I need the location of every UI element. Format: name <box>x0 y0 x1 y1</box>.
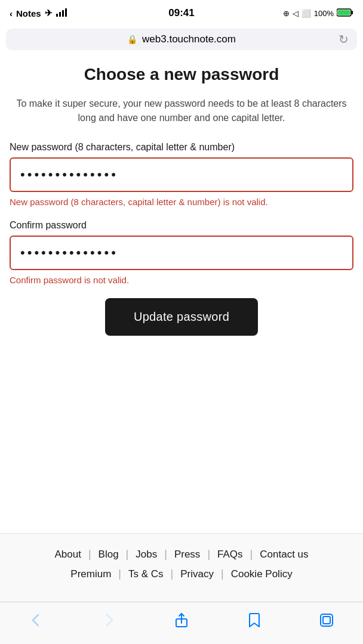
tabs-button[interactable] <box>312 608 342 632</box>
footer-row-2: Premium | Ts & Cs | Privacy | Cookie Pol… <box>10 568 353 580</box>
page-description: To make it super secure, your new passwo… <box>10 97 353 125</box>
confirm-password-label: Confirm password <box>10 220 353 231</box>
confirm-password-input[interactable] <box>10 236 353 270</box>
new-password-group: New password (8 characters, capital lett… <box>10 142 353 208</box>
footer-link-contact[interactable]: Contact us <box>253 549 315 561</box>
address-bar[interactable]: 🔒 web3.touchnote.com ↻ <box>6 29 357 50</box>
page-title: Choose a new password <box>10 64 353 85</box>
new-password-label: New password (8 characters, capital lett… <box>10 142 353 153</box>
status-time: 09:41 <box>168 7 194 19</box>
lock-icon: 🔒 <box>127 35 137 44</box>
svg-rect-10 <box>323 617 330 624</box>
svg-rect-3 <box>65 8 67 17</box>
svg-rect-2 <box>62 10 64 17</box>
svg-rect-5 <box>352 11 353 14</box>
footer-link-jobs[interactable]: Jobs <box>128 549 164 561</box>
footer: About | Blog | Jobs | Press | FAQs | Con… <box>0 533 363 602</box>
location-icon: ◁ <box>293 9 299 18</box>
airplane-icon: ✈ <box>45 8 53 18</box>
svg-rect-0 <box>56 14 58 17</box>
app-name: Notes <box>16 8 41 18</box>
footer-link-blog[interactable]: Blog <box>91 549 126 561</box>
bookmarks-button[interactable] <box>239 608 269 632</box>
main-content: Choose a new password To make it super s… <box>0 52 363 509</box>
url-text[interactable]: web3.touchnote.com <box>142 33 236 45</box>
share-button[interactable] <box>167 608 196 632</box>
screen-icon: ⬜ <box>302 9 311 18</box>
confirm-password-error: Confirm password is not valid. <box>10 274 353 286</box>
browser-toolbar <box>0 602 363 644</box>
footer-link-ts[interactable]: Ts & Cs <box>121 568 171 580</box>
footer-link-cookie[interactable]: Cookie Policy <box>224 568 300 580</box>
update-password-button[interactable]: Update password <box>105 298 258 336</box>
svg-rect-6 <box>338 10 350 15</box>
reload-button[interactable]: ↻ <box>339 32 349 47</box>
forward-button[interactable] <box>94 608 124 632</box>
confirm-password-group: Confirm password Confirm password is not… <box>10 220 353 286</box>
battery-text: 100% <box>314 9 334 18</box>
footer-link-about[interactable]: About <box>47 549 88 561</box>
back-icon: ‹ <box>10 8 13 18</box>
footer-link-privacy[interactable]: Privacy <box>173 568 221 580</box>
footer-link-premium[interactable]: Premium <box>63 568 118 580</box>
new-password-input[interactable] <box>10 157 353 192</box>
signal-icon <box>56 8 67 18</box>
status-bar: ‹ Notes ✈ 09:41 ⊕ ◁ ⬜ 100% <box>0 0 363 26</box>
back-button[interactable] <box>21 608 51 632</box>
footer-link-press[interactable]: Press <box>167 549 207 561</box>
globe-icon: ⊕ <box>283 9 290 18</box>
footer-row-1: About | Blog | Jobs | Press | FAQs | Con… <box>10 548 353 561</box>
battery-icon <box>337 8 353 18</box>
status-left: ‹ Notes ✈ <box>10 8 67 18</box>
status-right: ⊕ ◁ ⬜ 100% <box>283 8 353 18</box>
svg-rect-1 <box>59 12 61 17</box>
new-password-error: New password (8 characters, capital lett… <box>10 196 353 208</box>
footer-link-faqs[interactable]: FAQs <box>210 549 250 561</box>
